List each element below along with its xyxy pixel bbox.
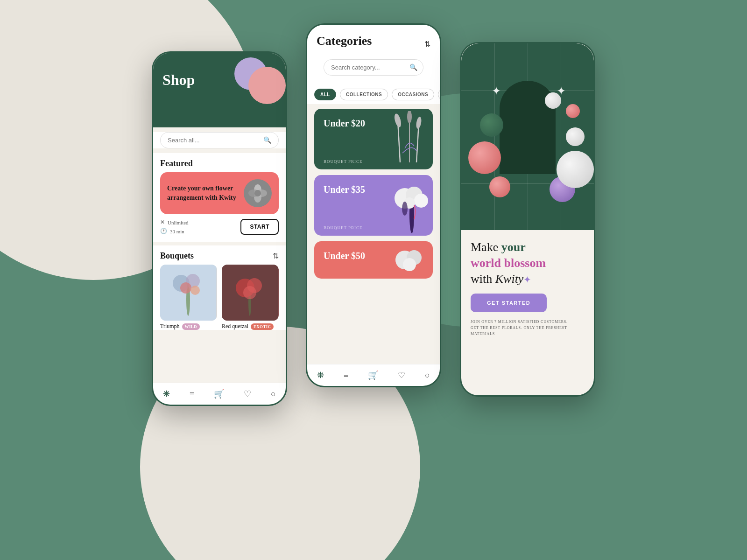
triumph-flower-svg (160, 265, 216, 321)
category-cards: Under $20 BOUQUET PRICE (307, 104, 440, 283)
shop-search-input[interactable] (168, 137, 263, 144)
svg-point-10 (190, 286, 200, 295)
meta-time: 🕐 30 min (160, 228, 189, 235)
svg-point-4 (254, 190, 261, 196)
bouquets-row: Triumph WILD (153, 265, 286, 330)
svg-point-9 (180, 282, 191, 294)
nav-home-icon-cats[interactable]: ❋ (317, 370, 324, 380)
sort-icon[interactable]: ⇅ (273, 252, 279, 260)
categories-title: Categories (317, 34, 372, 48)
nav-home-icon[interactable]: ❋ (163, 389, 170, 399)
cat-flower-under-35 (381, 175, 433, 236)
tab-all[interactable]: ALL (314, 89, 336, 100)
cross-icon: ✕ (160, 219, 165, 226)
featured-meta: ✕ Unlimited 🕐 30 min START (153, 214, 286, 239)
meta-items: ✕ Unlimited 🕐 30 min (160, 219, 189, 235)
marketing-subtext: JOIN OVER 7 MILLION SATISFIED CUSTOMERS.… (471, 319, 585, 337)
svg-point-27 (402, 202, 408, 216)
svg-point-15 (243, 286, 256, 299)
sphere-white-tiny (545, 92, 561, 109)
nav-user-icon-cats[interactable]: ○ (425, 371, 430, 380)
marketing-sub1: JOIN OVER 7 MILLION SATISFIED CUSTOMERS. (471, 319, 585, 325)
cat-sub-under-35: BOUQUET PRICE (324, 225, 363, 230)
nav-heart-icon-cats[interactable]: ♡ (398, 370, 405, 380)
bottom-nav-cats: ❋ ≡ 🛒 ♡ ○ (307, 364, 440, 386)
marketing-bottom-section: Make your world blossom with Kwity✦ GET … (461, 230, 594, 347)
sparkle-star-icon: ✦ (523, 274, 531, 285)
tab-occasions[interactable]: OCCASIONS (392, 89, 434, 100)
svg-point-21 (416, 116, 422, 129)
headline-with: with (471, 272, 495, 286)
phone-marketing: ✦ ✦ Make your world blossom with Kwity✦ … (460, 42, 595, 397)
headline-kwity: Kwity (495, 272, 524, 286)
flower-svg (245, 181, 271, 206)
start-button[interactable]: START (240, 219, 279, 235)
redquetzal-flower-svg (222, 265, 278, 321)
svg-point-17 (393, 113, 402, 128)
shop-search-bar[interactable]: 🔍 (160, 132, 279, 148)
white-bouquet-svg (386, 177, 433, 233)
sparkle-1: ✦ (492, 84, 501, 98)
sphere-dark-green (480, 113, 503, 137)
nav-user-icon[interactable]: ○ (271, 389, 276, 399)
svg-point-30 (403, 258, 416, 271)
bouquet-name-row-redquetzal: Red quetzal EXOTIC (222, 323, 279, 330)
cat-card-under-35[interactable]: Under $35 BOUQUET PRICE (314, 175, 433, 236)
phones-container: Shop 🔍 Featured Create your own flower a… (0, 23, 747, 406)
featured-section-title: Featured (153, 153, 286, 172)
nav-heart-icon[interactable]: ♡ (244, 389, 251, 399)
bouquet-tag-exotic: EXOTIC (251, 323, 274, 330)
featured-flower-image (244, 179, 272, 207)
categories-search-input[interactable] (331, 64, 409, 71)
cat-flower-under-50 (381, 241, 433, 279)
dry-grass-svg (386, 111, 433, 167)
bouquets-section-header: Bouquets ⇅ (153, 245, 286, 265)
clock-icon: 🕐 (160, 228, 167, 235)
filter-sort-icon[interactable]: ⇅ (424, 40, 430, 49)
search-icon-cats: 🔍 (409, 63, 417, 71)
filter-tabs: ALL COLLECTIONS OCCASIONS INTERNATIO... (307, 85, 440, 104)
featured-card: Create your own flower arrangement with … (160, 172, 279, 214)
bouquet-tag-wild: WILD (182, 323, 200, 330)
featured-card-text: Create your own flower arrangement with … (167, 184, 244, 202)
headline-your: your (501, 240, 526, 254)
bouquet-item-redquetzal: Red quetzal EXOTIC (222, 265, 279, 330)
sphere-pink-tiny (566, 104, 580, 118)
cat-flower-under-20 (381, 109, 433, 169)
bouquet-image-redquetzal (222, 265, 279, 321)
cat-title-under-20: Under $20 (324, 118, 365, 129)
shop-header: Shop (153, 53, 286, 127)
search-icon: 🔍 (263, 136, 271, 144)
cat-card-under-50[interactable]: Under $50 (314, 241, 433, 279)
headline-make: Make (471, 240, 501, 254)
bottom-nav-shop: ❋ ≡ 🛒 ♡ ○ (153, 383, 286, 405)
meta-unlimited: ✕ Unlimited (160, 219, 189, 226)
categories-header: Categories ⇅ 🔍 (307, 25, 440, 85)
sphere-pink-small (489, 176, 510, 197)
nav-cart-icon[interactable]: 🛒 (214, 389, 224, 399)
cat-title-under-50: Under $50 (324, 251, 365, 261)
categories-search-bar[interactable]: 🔍 (324, 59, 423, 76)
nav-list-icon-cats[interactable]: ≡ (344, 371, 348, 380)
headline-world-blossom: world blossom (471, 256, 546, 270)
nav-list-icon[interactable]: ≡ (190, 389, 194, 399)
bouquet-image-triumph (160, 265, 217, 321)
svg-point-19 (407, 111, 412, 123)
marketing-sub2: GET THE BEST FLORALS. ONLY THE FRESHEST … (471, 325, 585, 337)
bouquets-section-title: Bouquets (160, 251, 194, 261)
sphere-white-small (566, 127, 585, 146)
cat-card-under-20[interactable]: Under $20 BOUQUET PRICE (314, 109, 433, 169)
tab-collections[interactable]: COLLECTIONS (340, 89, 388, 100)
tab-international[interactable]: INTERNATIO... (438, 89, 441, 100)
cat-title-under-35: Under $35 (324, 184, 365, 195)
get-started-button[interactable]: GET STARTED (471, 294, 547, 312)
categories-title-row: Categories ⇅ (317, 34, 430, 54)
grid-v-1 (494, 43, 495, 230)
marketing-top-section: ✦ ✦ (461, 43, 594, 230)
svg-point-25 (414, 194, 428, 208)
shop-title: Shop (162, 71, 276, 89)
marketing-headline: Make your world blossom with Kwity✦ (471, 239, 585, 287)
nav-cart-icon-cats[interactable]: 🛒 (368, 370, 378, 380)
sphere-pink-large (468, 141, 501, 174)
svg-line-20 (416, 123, 419, 162)
